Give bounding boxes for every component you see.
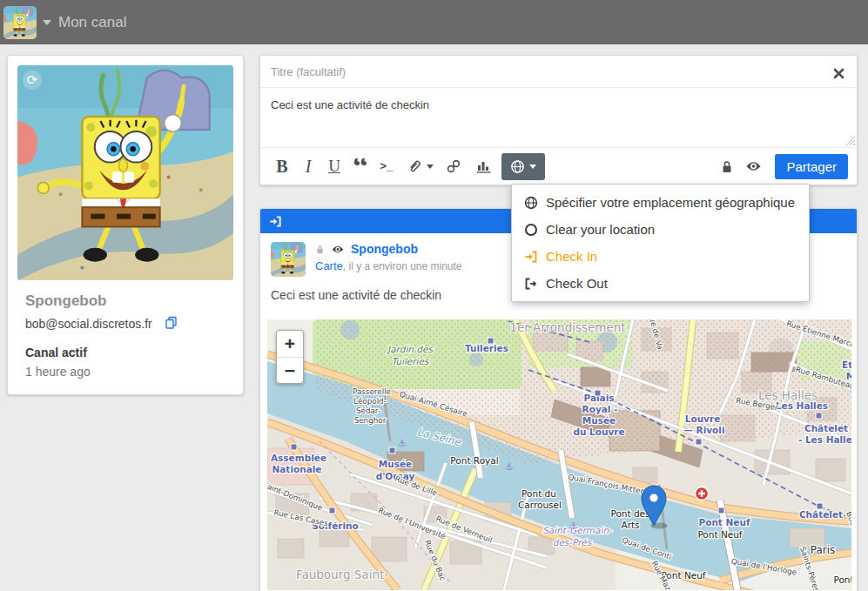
- map-label: M: [846, 371, 851, 381]
- link-button[interactable]: [442, 153, 465, 179]
- channel-status-title: Canal actif: [17, 346, 233, 359]
- map-label: Arts: [621, 520, 639, 530]
- map-label: Nationale: [273, 464, 322, 474]
- map-label: Pont Neuf: [698, 517, 750, 527]
- location-dropdown-menu: Spécifier votre emplacement géographique…: [511, 184, 810, 302]
- map-label: ⚓: [569, 520, 578, 532]
- map-label: ⚓: [505, 461, 514, 473]
- resize-handle[interactable]: [845, 136, 855, 145]
- profile-name: Spongebob: [17, 292, 233, 310]
- quote-button[interactable]: “: [349, 158, 372, 174]
- poll-button[interactable]: [472, 153, 495, 179]
- zoom-out-button[interactable]: −: [277, 357, 303, 383]
- map-label: Senghor: [354, 416, 387, 425]
- map-label: Royal -: [582, 404, 618, 414]
- map-label: Carrousel: [518, 500, 562, 510]
- map-label: Paris: [811, 544, 836, 556]
- paperclip-icon: [407, 158, 422, 174]
- globe-icon: [524, 196, 538, 210]
- circle-icon: [524, 223, 538, 237]
- map-label: Léopold-: [353, 397, 387, 406]
- topbar-avatar[interactable]: [3, 6, 37, 39]
- refresh-icon[interactable]: ⟳: [23, 71, 42, 90]
- location-dropdown-button[interactable]: [501, 153, 545, 180]
- map-label: Pont des: [610, 508, 649, 519]
- map-label: Châtelet: [804, 423, 848, 433]
- lock-icon: [720, 159, 734, 174]
- map-label: Tuileries: [392, 356, 430, 366]
- map-label: ⚓: [398, 438, 407, 449]
- profile-email: bob@social.discretos.fr: [25, 317, 152, 331]
- link-icon: [446, 158, 461, 174]
- zoom-in-button[interactable]: +: [277, 331, 303, 357]
- map-label: Musée: [582, 415, 616, 426]
- sign-in-icon: [524, 250, 538, 264]
- menu-item-label: Check Out: [546, 276, 608, 291]
- map-label: Pont Neuf: [697, 529, 742, 540]
- close-icon[interactable]: [833, 67, 844, 78]
- map-label: Jardin des: [386, 344, 434, 355]
- profile-picture[interactable]: ⟳: [17, 65, 233, 280]
- menu-item-clear-location[interactable]: Clear your location: [512, 216, 809, 243]
- preview-button[interactable]: [742, 153, 764, 179]
- attach-button[interactable]: [407, 153, 434, 179]
- map-label: 1er Arrondissement: [509, 320, 625, 334]
- map-label: Faubourg Saint-: [296, 567, 388, 581]
- map-canvas: 1er ArrondissementJardin desTuileriesTui…: [267, 319, 851, 590]
- bold-button[interactable]: B: [271, 153, 293, 179]
- map-label: — Rivoli: [683, 425, 724, 435]
- chevron-down-icon: [427, 165, 434, 169]
- menu-item-check-out[interactable]: Check Out: [512, 270, 809, 297]
- title-input[interactable]: [260, 56, 783, 87]
- share-button[interactable]: Partager: [775, 154, 848, 179]
- eye-icon: [745, 160, 762, 172]
- map-label: Assemblée: [271, 453, 326, 463]
- underline-button[interactable]: U: [323, 153, 346, 179]
- eye-icon: [331, 245, 345, 254]
- map-label: Châtelet -: [799, 509, 850, 520]
- profile-card: ⟳ Spongebob bob@social.discretos.fr Cana…: [7, 55, 244, 395]
- map-label: Pont Royal: [450, 455, 498, 466]
- bar-chart-icon: [475, 158, 492, 174]
- post-composer: Ceci est une activité de checkin B I U “…: [259, 55, 858, 185]
- profile-email-row: bob@social.discretos.fr: [17, 316, 233, 332]
- hospital-icon: [696, 487, 709, 500]
- menu-item-label: Clear your location: [546, 222, 655, 237]
- map-label: Tuileries: [465, 343, 508, 353]
- map-label: Sédar-: [356, 406, 380, 415]
- privacy-lock-button[interactable]: [716, 153, 738, 179]
- post-timestamp: , il y a environ une minute: [343, 260, 462, 272]
- channel-status-time: 1 heure ago: [17, 365, 233, 379]
- menu-item-check-in[interactable]: Check In: [512, 243, 809, 270]
- menu-item-specify-location[interactable]: Spécifier votre emplacement géographique: [512, 189, 809, 216]
- map-label: Passerelle: [353, 387, 391, 396]
- map-zoom-control: + −: [276, 330, 304, 384]
- map-label: Louvre: [685, 413, 721, 424]
- post-author-avatar[interactable]: [271, 242, 306, 277]
- code-button[interactable]: >_: [375, 153, 398, 179]
- sign-in-icon: [269, 215, 282, 228]
- menu-item-label: Spécifier votre emplacement géographique: [546, 195, 795, 210]
- map-label: Éti: [842, 359, 851, 370]
- map-label: Musée: [379, 459, 412, 469]
- composer-body-text: Ceci est une activité de checkin: [271, 98, 429, 111]
- composer-title-row: [260, 56, 857, 88]
- map-label: Les Halles: [776, 400, 828, 411]
- copy-icon[interactable]: [165, 316, 178, 332]
- post-author-name[interactable]: Spongebob: [351, 242, 418, 256]
- top-navigation-bar: Mon canal: [0, 0, 868, 44]
- page-title: Mon canal: [58, 14, 126, 31]
- menu-item-label: Check In: [546, 249, 597, 264]
- map[interactable]: 1er ArrondissementJardin desTuileriesTui…: [267, 319, 851, 590]
- chevron-down-icon[interactable]: [43, 20, 51, 25]
- post-source-link[interactable]: Carte: [315, 259, 343, 272]
- main-column: Ceci est une activité de checkin B I U “…: [259, 55, 858, 185]
- composer-textarea[interactable]: Ceci est une activité de checkin: [260, 88, 857, 148]
- globe-icon: [510, 159, 525, 174]
- map-label: - Les Halles: [798, 434, 851, 445]
- italic-button[interactable]: I: [297, 153, 320, 179]
- map-label: des-Prés: [553, 537, 593, 547]
- composer-toolbar: B I U “ >_: [260, 148, 857, 185]
- lock-icon: [315, 244, 325, 255]
- map-label: du Louvre: [573, 426, 624, 437]
